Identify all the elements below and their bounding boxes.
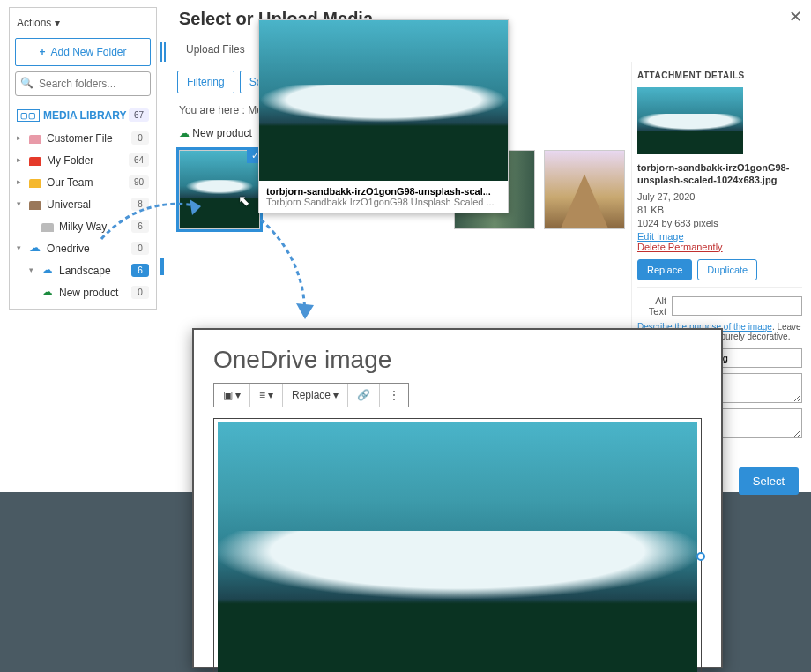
- post-editor-window: OneDrive image ▣▾ ≡▾ Replace ▾ 🔗 ⋮: [192, 328, 723, 668]
- folder-drag-indicator: [160, 258, 164, 275]
- add-new-folder-button[interactable]: Add New Folder: [15, 38, 151, 66]
- post-title[interactable]: OneDrive image: [194, 330, 721, 383]
- folder-new-product[interactable]: New product0: [15, 281, 151, 303]
- kebab-icon: ⋮: [389, 389, 399, 401]
- folder-universal[interactable]: ▾Universal8: [15, 193, 151, 215]
- link-icon: 🔗: [357, 389, 370, 401]
- media-thumb-1[interactable]: [179, 150, 260, 229]
- post-image-block[interactable]: [218, 422, 697, 672]
- folder-search-input[interactable]: [15, 71, 151, 96]
- preview-filename: torbjorn-sandbakk-irzO1gonG98-unsplash-s…: [266, 186, 491, 197]
- folder-customer-file[interactable]: ▸Customer File0: [15, 127, 151, 149]
- details-dimensions: 1024 by 683 pixels: [637, 217, 802, 230]
- folder-landscape[interactable]: ▾Landscape6: [15, 259, 151, 281]
- media-library-header[interactable]: ▢▢MEDIA LIBRARY 67: [15, 103, 151, 127]
- replace-button[interactable]: Replace: [637, 259, 692, 280]
- folder-our-team[interactable]: ▸Our Team90: [15, 171, 151, 193]
- preview-subtitle: Torbjorn Sandbakk IrzO1gonG98 Unsplash S…: [266, 197, 495, 207]
- edit-image-link[interactable]: Edit Image: [637, 231, 802, 242]
- details-thumbnail: [637, 87, 743, 154]
- details-date: July 27, 2020: [637, 190, 802, 204]
- tab-upload-files[interactable]: Upload Files: [177, 36, 254, 63]
- folder-my-folder[interactable]: ▸My Folder64: [15, 149, 151, 171]
- sidebar-resize-handle[interactable]: [160, 42, 166, 62]
- media-thumb-5[interactable]: [544, 150, 625, 229]
- alt-text-input[interactable]: [672, 296, 802, 316]
- thumbnail-preview-popup: torbjorn-sandbakk-irzO1gonG98-unsplash-s…: [258, 19, 509, 213]
- cursor-icon: ⬉: [238, 192, 249, 209]
- block-replace-button[interactable]: Replace ▾: [283, 384, 348, 407]
- more-options-button[interactable]: ⋮: [380, 384, 408, 407]
- filtering-button[interactable]: Filtering: [177, 71, 234, 93]
- align-icon: ≡: [259, 389, 265, 401]
- image-block-frame: [213, 418, 702, 672]
- block-type-button[interactable]: ▣▾: [214, 384, 250, 407]
- close-icon[interactable]: ✕: [789, 7, 802, 26]
- resize-handle-right[interactable]: [696, 552, 705, 561]
- align-button[interactable]: ≡▾: [250, 384, 283, 407]
- image-icon: ▣: [223, 389, 233, 401]
- svg-marker-1: [296, 303, 314, 319]
- folder-onedrive[interactable]: ▾Onedrive0: [15, 237, 151, 259]
- details-header: ATTACHMENT DETAILS: [637, 71, 802, 80]
- link-button[interactable]: 🔗: [348, 384, 380, 407]
- actions-dropdown[interactable]: Actions ▾: [15, 13, 151, 33]
- details-filename: torbjorn-sandbakk-irzO1gonG98-unsplash-s…: [637, 161, 802, 187]
- delete-permanently-link[interactable]: Delete Permanently: [637, 242, 802, 252]
- preview-image: [259, 20, 508, 181]
- details-filesize: 81 KB: [637, 204, 802, 217]
- search-icon: 🔍: [20, 77, 33, 89]
- alt-text-label: Alt Text: [637, 295, 666, 317]
- library-count-badge: 67: [129, 108, 149, 122]
- select-button[interactable]: Select: [739, 467, 799, 495]
- duplicate-button[interactable]: Duplicate: [697, 259, 757, 280]
- folder-milky-way[interactable]: Milky Way6: [15, 215, 151, 237]
- folder-sidebar: Actions ▾ Add New Folder 🔍 ▢▢MEDIA LIBRA…: [9, 7, 157, 310]
- block-toolbar: ▣▾ ≡▾ Replace ▾ 🔗 ⋮: [213, 383, 409, 407]
